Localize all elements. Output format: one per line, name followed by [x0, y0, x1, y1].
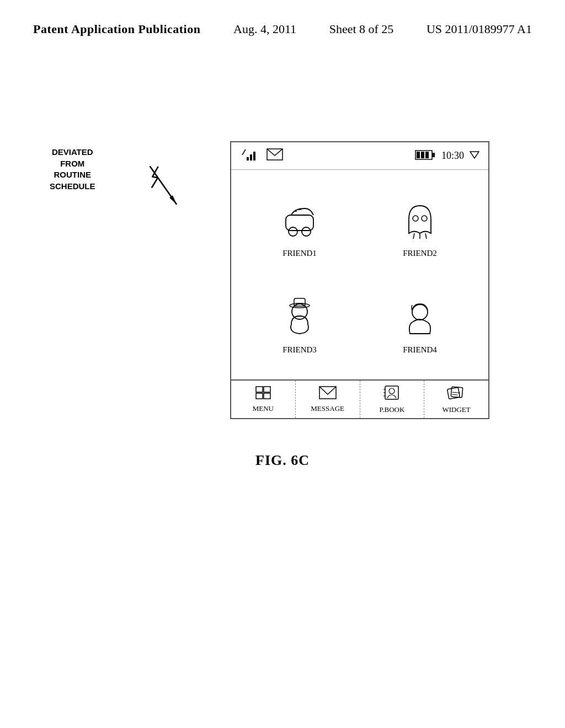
friend1-label: FRIEND1	[282, 249, 317, 258]
phone-mockup: 10:30	[230, 141, 489, 419]
pbook-icon	[383, 385, 400, 404]
status-bar: 10:30	[231, 142, 488, 170]
signal-icon	[240, 147, 258, 164]
nav-menu[interactable]: MENU	[231, 381, 296, 418]
svg-rect-9	[417, 152, 420, 158]
status-left	[240, 147, 283, 164]
sheet-number: Sheet 8 of 25	[329, 22, 394, 36]
svg-marker-1	[168, 195, 178, 204]
svg-rect-11	[425, 152, 429, 158]
friend3-cell[interactable]: FRIEND3	[242, 277, 357, 368]
time-display: 10:30	[441, 150, 464, 162]
friend2-cell[interactable]: FRIEND2	[363, 181, 477, 272]
friend2-avatar	[395, 195, 445, 244]
widget-label: WIDGET	[442, 405, 470, 414]
svg-rect-4	[250, 154, 252, 160]
pbook-label: P.BOOK	[379, 405, 404, 414]
svg-point-18	[413, 216, 418, 221]
friends-grid: FRIEND1	[231, 170, 488, 379]
dropdown-arrow[interactable]	[470, 151, 479, 161]
message-icon	[319, 386, 337, 403]
friend2-label: FRIEND2	[403, 249, 437, 258]
friend4-avatar	[395, 291, 445, 341]
publication-date: Aug. 4, 2011	[233, 22, 296, 36]
menu-label: MENU	[253, 404, 274, 413]
svg-line-0	[144, 166, 183, 205]
svg-rect-5	[253, 152, 255, 160]
svg-point-16	[289, 227, 297, 236]
svg-point-17	[302, 227, 311, 236]
nav-pbook[interactable]: P.BOOK	[360, 381, 425, 418]
page-header: Patent Application Publication Aug. 4, 2…	[0, 0, 565, 47]
status-right: 10:30	[415, 149, 479, 163]
widget-icon	[447, 385, 466, 404]
envelope-icon	[266, 148, 283, 164]
svg-rect-30	[264, 393, 270, 399]
phone-screen: 10:30	[230, 141, 489, 419]
svg-rect-8	[432, 153, 435, 157]
deviation-arrow	[137, 160, 189, 217]
friend1-avatar	[275, 195, 324, 244]
bottom-nav: MENU MESSAGE	[231, 379, 488, 418]
svg-line-2	[242, 149, 246, 155]
svg-rect-29	[256, 393, 263, 399]
battery-icon	[415, 149, 436, 163]
publication-number: US 2011/0189977 A1	[427, 22, 532, 36]
svg-line-22	[425, 233, 427, 239]
friend3-label: FRIEND3	[282, 345, 317, 355]
friend4-label: FRIEND4	[403, 345, 437, 355]
svg-marker-12	[470, 152, 479, 158]
svg-point-26	[412, 304, 428, 320]
svg-point-19	[422, 216, 427, 221]
nav-message[interactable]: MESSAGE	[296, 381, 360, 418]
svg-point-33	[389, 388, 395, 394]
svg-rect-28	[264, 387, 270, 392]
publication-title: Patent Application Publication	[33, 22, 200, 36]
svg-line-40	[452, 394, 458, 395]
friend1-cell[interactable]: FRIEND1	[242, 181, 357, 272]
message-label: MESSAGE	[311, 404, 344, 413]
svg-rect-10	[421, 152, 424, 158]
svg-rect-3	[247, 157, 249, 160]
svg-line-20	[413, 233, 414, 239]
figure-caption: FIG. 6C	[0, 452, 565, 469]
main-content: DEVIATED FROM ROUTINE SCHEDULE	[0, 47, 565, 419]
menu-icon	[255, 386, 271, 403]
annotation-label: DEVIATED FROM ROUTINE SCHEDULE	[50, 147, 95, 192]
friend4-cell[interactable]: FRIEND4	[363, 277, 477, 368]
nav-widget[interactable]: WIDGET	[424, 381, 488, 418]
friend3-avatar	[275, 291, 324, 341]
svg-rect-27	[256, 387, 263, 392]
